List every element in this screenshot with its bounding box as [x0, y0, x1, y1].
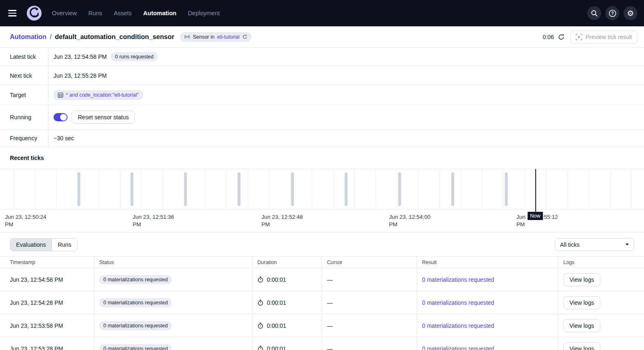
nav-item-deployment[interactable]: Deployment	[188, 10, 219, 16]
tabs-row: Evaluations Runs All ticks	[0, 233, 644, 256]
view-logs-button[interactable]: View logs	[563, 319, 600, 332]
timeline-gridline	[482, 169, 482, 209]
help-icon[interactable]: ?	[605, 6, 619, 20]
timeline-gridline	[248, 169, 248, 209]
asset-table-icon	[58, 93, 63, 98]
evaluations-table: Timestamp Status Duration Cursor Result …	[0, 256, 644, 350]
row-timestamp: Jun 23, 12:54:58 PM	[10, 276, 63, 283]
tick-bar[interactable]	[345, 172, 348, 206]
dagster-app: OverviewRunsAssetsAutomationDeployment ?…	[0, 0, 644, 350]
preview-button-label: Preview tick result	[586, 34, 632, 40]
tab-runs[interactable]: Runs	[51, 239, 77, 251]
timeline-gridline	[588, 169, 589, 209]
stopwatch-icon	[257, 322, 264, 329]
col-header-status: Status	[94, 257, 252, 268]
running-toggle[interactable]	[54, 113, 68, 121]
nav-item-assets[interactable]: Assets	[114, 10, 132, 16]
timeline-gridline	[376, 169, 376, 209]
nav-item-overview[interactable]: Overview	[52, 10, 77, 16]
stopwatch-icon	[257, 345, 264, 350]
row-result-link[interactable]: 0 materializations requested	[422, 322, 494, 329]
asset-selection-text: * and code_location:"etl-tutorial"	[66, 92, 139, 98]
sensor-location-badge: Sensor in etl-tutorial	[180, 32, 252, 42]
tick-bar[interactable]	[131, 172, 133, 206]
row-status-badge: 0 materializations requested	[99, 298, 172, 307]
col-header-duration: Duration	[252, 257, 322, 268]
timeline-gridline	[14, 169, 14, 209]
reset-sensor-status-button[interactable]: Reset sensor status	[72, 111, 135, 124]
view-logs-button[interactable]: View logs	[563, 342, 600, 350]
code-location-link[interactable]: etl-tutorial	[217, 34, 240, 40]
col-header-cursor: Cursor	[322, 257, 417, 268]
tick-bar[interactable]	[291, 172, 294, 206]
tick-bar[interactable]	[77, 172, 80, 206]
col-header-timestamp: Timestamp	[0, 257, 94, 268]
frequency-label: Frequency	[0, 130, 49, 147]
tab-evaluations[interactable]: Evaluations	[10, 239, 51, 251]
row-timestamp: Jun 23, 12:54:28 PM	[10, 299, 63, 306]
row-timestamp: Jun 23, 12:53:28 PM	[10, 345, 63, 350]
axis-time-label: Jun 23, 12:52:48 PM	[261, 213, 304, 228]
table-body: Jun 23, 12:54:58 PM 0 materializations r…	[0, 268, 644, 350]
timeline-gridline	[525, 169, 525, 209]
search-icon[interactable]	[587, 6, 601, 20]
view-segmented-control: Evaluations Runs	[10, 238, 77, 251]
recent-ticks-heading: Recent ticks	[0, 147, 644, 169]
col-header-result: Result	[417, 257, 558, 268]
row-cursor: —	[327, 276, 333, 283]
row-result-link[interactable]: 0 materializations requested	[422, 299, 494, 306]
target-row: Target * and code_location:"etl-tutorial…	[0, 85, 644, 105]
sensor-icon	[184, 35, 190, 39]
timeline-gridline	[205, 169, 205, 209]
countdown-timer: 0:06	[543, 34, 554, 40]
timeline-gridline	[269, 169, 269, 209]
nav-links: OverviewRunsAssetsAutomationDeployment	[52, 10, 220, 16]
timeline-gridline	[439, 169, 440, 209]
tick-bar[interactable]	[451, 172, 454, 206]
timeline-gridline	[610, 169, 610, 209]
row-cursor: —	[327, 299, 333, 306]
axis-time-label: Jun 23, 12:51:36 PM	[133, 213, 175, 228]
row-duration: 0:00:01	[267, 299, 286, 306]
timeline-axis: Jun 23, 12:50:24 PMJun 23, 12:51:36 PMJu…	[0, 210, 644, 233]
row-duration: 0:00:01	[267, 322, 286, 329]
breadcrumb-automation-link[interactable]: Automation	[10, 33, 47, 41]
settings-gear-icon[interactable]: ⚙	[623, 6, 637, 20]
table-header-row: Timestamp Status Duration Cursor Result …	[0, 256, 644, 268]
refresh-icon[interactable]	[558, 34, 565, 40]
view-logs-button[interactable]: View logs	[563, 296, 600, 309]
dagster-logo-icon[interactable]	[26, 5, 42, 21]
preview-tick-result-button[interactable]: Preview tick result	[570, 30, 637, 44]
row-result-link[interactable]: 0 materializations requested	[422, 276, 494, 283]
view-logs-button[interactable]: View logs	[563, 273, 600, 286]
sync-icon[interactable]	[242, 34, 247, 39]
timeline-gridline	[312, 169, 312, 209]
tick-filter-dropdown[interactable]: All ticks	[555, 238, 634, 251]
timeline-gridline	[56, 169, 56, 209]
timeline-gridline	[461, 169, 461, 209]
chevron-down-icon	[625, 243, 629, 246]
svg-text:?: ?	[611, 11, 614, 16]
timeline-gridline	[99, 169, 99, 209]
preview-icon	[576, 34, 582, 40]
timeline-gridline	[397, 169, 397, 209]
row-result-link[interactable]: 0 materializations requested	[422, 345, 494, 350]
timeline-gridline	[503, 169, 504, 209]
nav-item-runs[interactable]: Runs	[88, 10, 102, 16]
tick-bar[interactable]	[238, 172, 240, 206]
timeline-gridline	[290, 169, 291, 209]
tick-bar[interactable]	[398, 172, 401, 206]
timeline-gridline	[141, 169, 142, 209]
row-timestamp: Jun 23, 12:53:58 PM	[10, 322, 63, 329]
tick-filter-value: All ticks	[560, 241, 579, 248]
row-duration: 0:00:01	[267, 276, 286, 283]
timeline-gridline	[546, 169, 546, 209]
running-label: Running	[0, 105, 49, 129]
timeline-gridline	[163, 169, 163, 209]
asset-selection-chip[interactable]: * and code_location:"etl-tutorial"	[54, 90, 143, 100]
tick-bar[interactable]	[184, 172, 187, 206]
tick-bar[interactable]	[505, 172, 508, 206]
hamburger-menu-icon[interactable]	[8, 7, 20, 19]
nav-item-automation[interactable]: Automation	[143, 10, 177, 16]
row-cursor: —	[327, 322, 333, 329]
